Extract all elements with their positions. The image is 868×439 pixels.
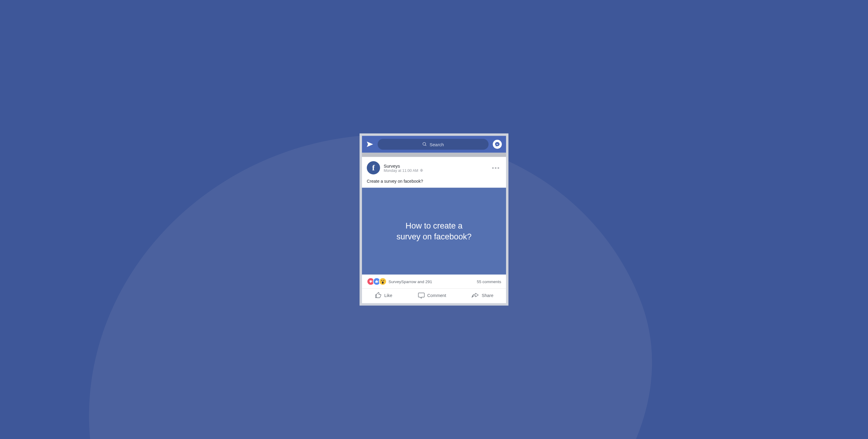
action-bar: Like Comment Share: [362, 289, 506, 303]
search-icon: [422, 142, 427, 147]
like-button[interactable]: Like: [375, 292, 393, 299]
send-icon[interactable]: [366, 141, 373, 148]
post-media[interactable]: How to create a survey on facebook?: [362, 188, 506, 275]
comment-icon: [418, 292, 425, 299]
share-icon: [471, 292, 479, 299]
like-label: Like: [384, 293, 393, 298]
svg-point-3: [381, 280, 382, 281]
post-media-text: How to create a survey on facebook?: [396, 220, 471, 242]
like-icon: [375, 292, 382, 299]
svg-point-4: [383, 280, 384, 281]
share-button[interactable]: Share: [471, 292, 493, 299]
post-header: f Surveys Monday at 11:00 AM •••: [362, 157, 506, 176]
search-input[interactable]: Search: [378, 139, 489, 150]
comment-button[interactable]: Comment: [418, 292, 446, 299]
post: f Surveys Monday at 11:00 AM ••• Create …: [362, 157, 506, 303]
avatar[interactable]: f: [367, 161, 380, 175]
comments-count[interactable]: 55 comments: [477, 279, 501, 284]
post-menu-button[interactable]: •••: [492, 164, 501, 171]
privacy-public-icon: [420, 169, 423, 172]
post-timestamp[interactable]: Monday at 11:00 AM: [384, 168, 418, 173]
author-name[interactable]: Surveys: [384, 163, 423, 168]
svg-point-0: [423, 143, 426, 145]
post-meta: Monday at 11:00 AM: [384, 168, 423, 173]
engagement-bar: SurveySparrow and 291 55 comments: [362, 275, 506, 289]
search-placeholder: Search: [430, 142, 444, 147]
comment-label: Comment: [427, 293, 446, 298]
messenger-button[interactable]: [493, 140, 502, 149]
divider-strip: [362, 153, 506, 157]
reaction-summary[interactable]: SurveySparrow and 291: [389, 279, 432, 284]
wow-reaction-icon: [379, 278, 387, 286]
post-body-text: Create a survey on facebook?: [362, 176, 506, 188]
topbar: Search: [362, 136, 506, 153]
reaction-icons[interactable]: [367, 278, 385, 286]
feed-card: Search f Surveys Monday at 11:00 AM: [360, 134, 508, 306]
share-label: Share: [482, 293, 493, 298]
svg-point-5: [382, 282, 384, 284]
svg-line-1: [425, 145, 426, 146]
